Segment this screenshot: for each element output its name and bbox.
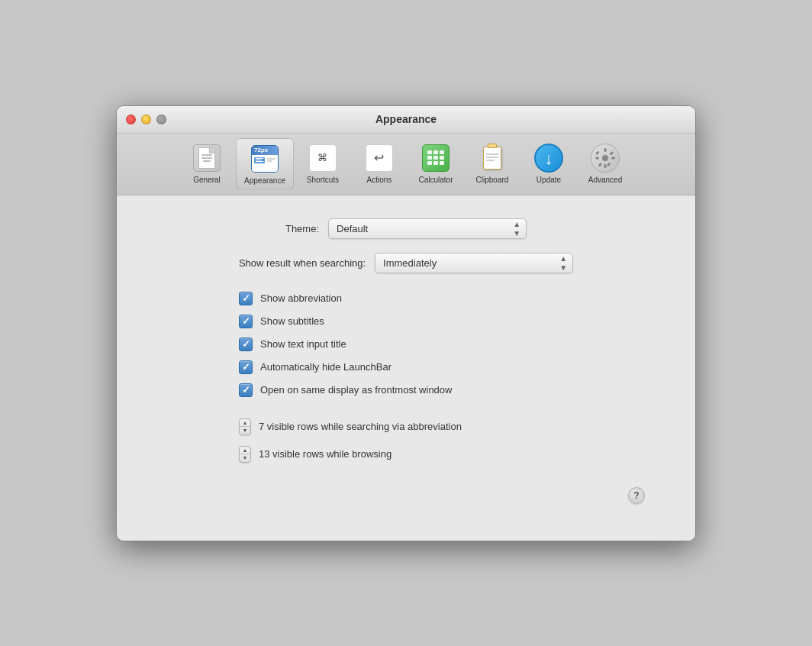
open-same-display-label: Open on same display as frontmost window (260, 384, 452, 396)
tab-actions-label: Actions (367, 176, 392, 184)
open-same-display-checkbox[interactable] (239, 383, 253, 397)
tab-update-label: Update (536, 176, 561, 184)
show-subtitles-checkbox[interactable] (239, 315, 253, 328)
tab-shortcuts-label: Shortcuts (307, 176, 339, 184)
traffic-lights (126, 115, 166, 124)
help-button[interactable]: ? (628, 487, 645, 504)
zoom-button[interactable] (156, 115, 166, 124)
toolbar: General 72px (117, 134, 695, 195)
advanced-icon (590, 143, 620, 173)
svg-rect-4 (611, 157, 615, 159)
checkbox-row-same-display: Open on same display as frontmost window (239, 383, 665, 397)
tab-update[interactable]: ↓ Update (521, 138, 576, 190)
spinner-up-browsing[interactable]: ▲ (240, 447, 250, 455)
show-text-input-title-label: Show text input title (260, 338, 346, 350)
update-icon: ↓ (533, 143, 564, 173)
tab-advanced-label: Advanced (588, 176, 622, 184)
search-select-wrapper: Immediately After a delay On demand ▲ ▼ (375, 253, 573, 273)
titlebar: Appearance (117, 106, 695, 134)
theme-row: Theme: Default Dark Light System ▲ ▼ (147, 218, 665, 239)
svg-rect-7 (598, 162, 602, 166)
tab-actions[interactable]: ↩ Actions (352, 138, 407, 190)
rows-searching-spinner[interactable]: ▲ ▼ (239, 418, 251, 435)
checkboxes-section: Show abbreviation Show subtitles Show te… (239, 292, 665, 397)
svg-rect-6 (607, 162, 611, 166)
show-subtitles-label: Show subtitles (260, 315, 324, 327)
checkbox-row-subtitles: Show subtitles (239, 315, 665, 328)
theme-select[interactable]: Default Dark Light System (328, 218, 527, 239)
bottom-bar: ? (147, 473, 665, 518)
main-window: Appearance General 72px (116, 105, 696, 541)
tab-clipboard-label: Clipboard (476, 176, 509, 184)
auto-hide-checkbox[interactable] (239, 360, 253, 374)
tab-calculator-label: Calculator (418, 176, 453, 184)
tab-calculator[interactable]: Calculator (408, 138, 463, 190)
auto-hide-label: Automatically hide LaunchBar (260, 361, 392, 373)
checkbox-row-abbreviation: Show abbreviation (239, 292, 665, 305)
tab-clipboard[interactable]: Clipboard (465, 138, 520, 190)
rows-browsing-label: 13 visible rows while browsing (259, 448, 392, 460)
minimize-button[interactable] (141, 115, 151, 124)
svg-rect-1 (604, 148, 606, 152)
spinner-down-browsing[interactable]: ▼ (240, 454, 250, 462)
tab-shortcuts[interactable]: ⌘ Shortcuts (295, 138, 350, 190)
svg-rect-2 (604, 164, 606, 168)
search-label: Show result when searching: (239, 257, 366, 269)
theme-label: Theme: (285, 223, 319, 234)
tab-general-label: General (193, 176, 221, 184)
spinner-down-searching[interactable]: ▼ (240, 427, 250, 434)
tab-general[interactable]: General (179, 138, 234, 190)
checkbox-row-text-input: Show text input title (239, 338, 665, 351)
rows-searching-value: 7 (259, 421, 264, 432)
calculator-icon (420, 143, 451, 173)
spinner-row-searching: ▲ ▼ 7 visible rows while searching via a… (239, 418, 665, 435)
search-select[interactable]: Immediately After a delay On demand (375, 253, 573, 273)
general-icon (192, 143, 222, 173)
svg-rect-3 (595, 157, 599, 159)
theme-select-wrapper: Default Dark Light System ▲ ▼ (328, 218, 527, 239)
search-result-row: Show result when searching: Immediately … (147, 253, 665, 273)
rows-searching-label: 7 visible rows while searching via abbre… (259, 421, 462, 432)
tab-advanced[interactable]: Advanced (578, 138, 633, 190)
clipboard-icon (477, 143, 508, 173)
svg-rect-8 (609, 150, 614, 155)
checkbox-row-auto-hide: Automatically hide LaunchBar (239, 360, 665, 374)
rows-browsing-text: visible rows while browsing (272, 448, 392, 460)
spinners-section: ▲ ▼ 7 visible rows while searching via a… (239, 418, 665, 463)
tab-appearance[interactable]: 72px (236, 138, 294, 190)
content-area: Theme: Default Dark Light System ▲ ▼ Sho… (117, 195, 695, 541)
show-text-input-title-checkbox[interactable] (239, 338, 253, 351)
close-button[interactable] (126, 115, 136, 124)
show-abbreviation-checkbox[interactable] (239, 292, 253, 305)
tab-appearance-label: Appearance (244, 176, 285, 185)
show-abbreviation-label: Show abbreviation (260, 292, 342, 304)
rows-browsing-spinner[interactable]: ▲ ▼ (239, 446, 251, 463)
window-title: Appearance (375, 113, 437, 125)
shortcuts-icon: ⌘ (308, 143, 338, 173)
appearance-icon: 72px (250, 144, 280, 174)
actions-icon: ↩ (364, 143, 395, 173)
gear-svg (594, 147, 616, 169)
spinner-up-searching[interactable]: ▲ (240, 419, 250, 428)
svg-rect-5 (595, 150, 600, 155)
rows-searching-text: visible rows while searching via abbrevi… (267, 421, 462, 432)
spinner-row-browsing: ▲ ▼ 13 visible rows while browsing (239, 446, 665, 463)
rows-browsing-value: 13 (259, 448, 269, 460)
svg-point-0 (602, 155, 608, 161)
